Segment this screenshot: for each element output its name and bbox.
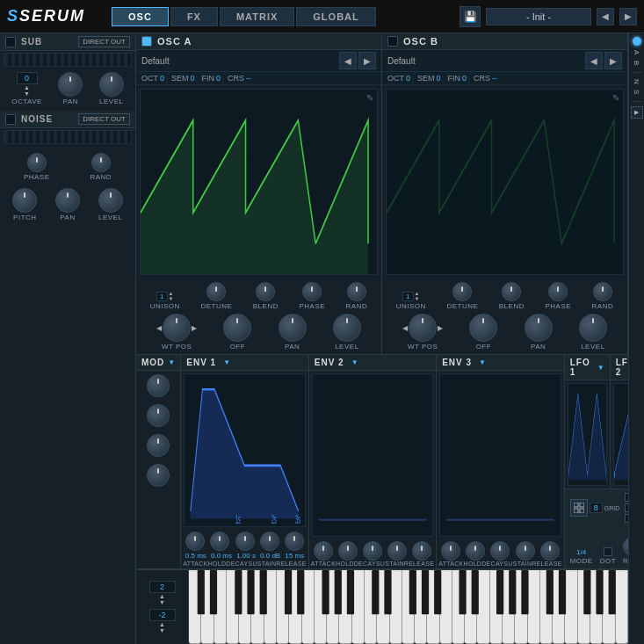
white-key-11[interactable] [315,570,327,644]
white-key-30[interactable] [553,570,565,644]
osc-b-enable-checkbox[interactable] [387,36,398,47]
osc-a-unison-arrows[interactable]: ▲ ▼ [169,291,174,301]
env-3-release-knob[interactable] [540,541,560,561]
white-key-27[interactable] [515,570,527,644]
lfo-2-display[interactable] [613,383,628,486]
white-key-10[interactable] [302,570,315,644]
env-1-attack-knob[interactable] [185,532,205,551]
white-key-29[interactable] [540,570,553,644]
osc-a-pan-knob[interactable] [279,314,307,342]
lfo-1-display[interactable] [568,383,607,486]
osc-a-wtpos-knob[interactable] [163,314,191,342]
osc-a-unison-down[interactable]: ▼ [169,296,174,301]
osc-a-fin-value[interactable]: 0 [216,74,221,83]
osc-b-rand-knob[interactable] [593,282,612,301]
noise-direct-out-button[interactable]: DIRECT OUT [78,113,130,125]
octave-low-up[interactable]: ▲ [159,593,165,599]
env-3-attack-knob[interactable] [441,541,460,561]
osc-b-fin-value[interactable]: 0 [462,74,467,83]
mod-knob-2[interactable] [147,404,170,427]
env-1-display[interactable]: 1s 2s 3s [184,373,305,527]
tab-matrix[interactable]: MATRIX [220,7,294,26]
osc-b-wtpos-prev[interactable]: ◀ [402,324,408,332]
preset-next-button[interactable]: ▶ [619,8,637,25]
osc-b-phase-knob[interactable] [548,282,568,301]
white-key-6[interactable] [251,570,264,644]
osc-b-prev-button[interactable]: ◀ [585,52,603,69]
osc-a-blend-knob[interactable] [256,282,275,301]
white-key-24[interactable] [477,570,489,644]
osc-b-unison-arrows[interactable]: ▲ ▼ [415,291,420,301]
tab-fx[interactable]: FX [170,7,218,26]
osc-b-pan-knob[interactable] [525,314,553,342]
noise-enable-checkbox[interactable] [5,114,16,125]
osc-b-edit-icon[interactable]: ✎ [612,93,619,103]
grid-icon-button[interactable] [570,499,588,517]
osc-b-unison-down[interactable]: ▼ [415,296,420,301]
white-key-31[interactable] [565,570,577,644]
right-tab-s[interactable]: S [631,88,642,96]
white-key-15[interactable] [365,570,377,644]
env-2-sustain-knob[interactable] [387,541,407,561]
tab-osc[interactable]: OSC [112,7,169,26]
env-3-hold-knob[interactable] [466,541,485,561]
preset-name[interactable]: - Init - [486,8,591,25]
white-key-32[interactable] [578,570,590,644]
osc-b-detune-knob[interactable] [452,282,472,301]
osc-a-edit-icon[interactable]: ✎ [366,93,373,103]
env-1-decay-knob[interactable] [235,532,255,551]
mod-knob-1[interactable] [147,374,170,397]
osc-b-wtpos-next[interactable]: ▶ [438,324,443,332]
env-3-display[interactable] [439,373,561,537]
osc-b-sem-value[interactable]: 0 [437,74,441,83]
white-key-33[interactable] [590,570,603,644]
save-button[interactable]: 💾 [459,6,481,27]
mod-knob-4[interactable] [147,464,170,487]
env-3-arrow[interactable]: ▼ [479,358,486,366]
rate-knob[interactable] [623,537,628,556]
sub-direct-out-button[interactable]: DIRECT OUT [78,36,130,47]
tab-global[interactable]: GLOBAL [296,7,375,26]
octave-arrows[interactable]: ▲ ▼ [24,84,30,97]
osc-a-prev-button[interactable]: ◀ [339,52,357,69]
white-key-3[interactable] [214,570,227,644]
white-key-28[interactable] [528,570,540,644]
osc-b-unison-stepper[interactable]: 1 ▲ ▼ [402,291,419,301]
white-key-19[interactable] [415,570,427,644]
osc-b-blend-knob[interactable] [502,282,521,301]
white-key-35[interactable] [616,570,628,644]
white-key-22[interactable] [452,570,465,644]
osc-b-oct-value[interactable]: 0 [406,74,410,83]
env-2-arrow[interactable]: ▼ [351,358,358,366]
osc-a-wtpos-next[interactable]: ▶ [192,324,197,332]
right-tab-n[interactable]: N [631,77,642,86]
env-2-hold-knob[interactable] [338,541,358,561]
white-key-21[interactable] [440,570,452,644]
env-2-release-knob[interactable] [412,541,431,561]
osc-a-oct-value[interactable]: 0 [160,74,164,83]
osc-a-unison-stepper[interactable]: 1 ▲ ▼ [156,291,173,301]
osc-a-crs-value[interactable]: -- [246,74,251,83]
main-level-knob[interactable] [98,188,123,213]
osc-a-sem-value[interactable]: 0 [191,74,195,83]
right-tab-b[interactable]: B [631,59,642,67]
white-key-9[interactable] [289,570,301,644]
right-tab-a[interactable]: A [631,48,642,56]
osc-b-next-button[interactable]: ▶ [604,52,622,69]
osc-b-off-knob[interactable] [469,314,497,342]
env-1-release-knob[interactable] [285,532,304,551]
white-key-4[interactable] [227,570,239,644]
lfo-1-arrow[interactable]: ▼ [597,364,604,372]
white-key-2[interactable] [201,570,213,644]
white-key-20[interactable] [427,570,439,644]
osc-a-enable-checkbox[interactable] [141,36,152,47]
osc-a-phase-knob[interactable] [302,282,322,301]
main-pan-knob[interactable] [55,188,80,213]
env-2-decay-knob[interactable] [363,541,382,561]
dot-checkbox[interactable] [604,547,612,556]
sub-enable-checkbox[interactable] [5,37,16,47]
sub-pan-knob[interactable] [58,72,83,97]
white-key-13[interactable] [339,570,351,644]
white-key-16[interactable] [377,570,389,644]
white-key-14[interactable] [352,570,365,644]
